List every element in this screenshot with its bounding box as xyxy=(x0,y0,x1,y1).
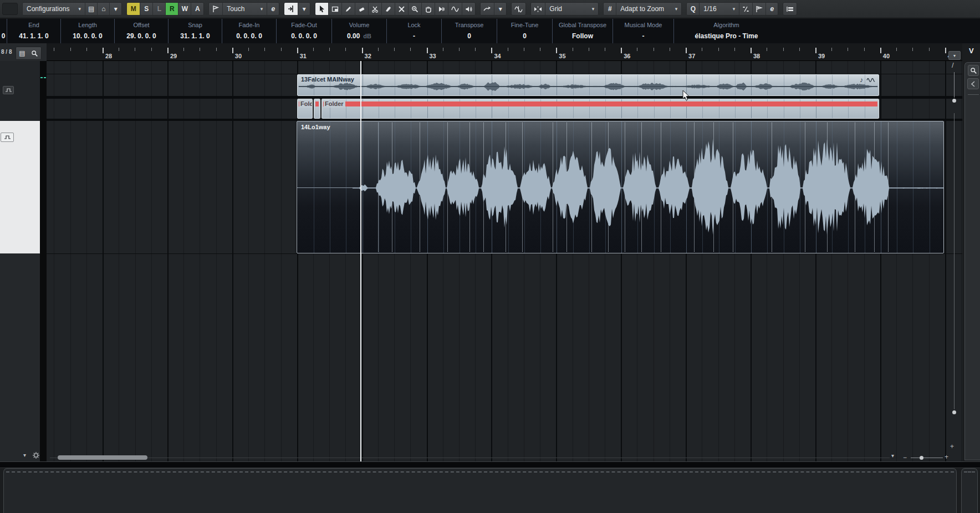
suspend-automation-button[interactable]: A xyxy=(191,3,203,15)
grid-hash-button[interactable]: # xyxy=(604,3,616,15)
info-field[interactable]: End41. 1. 1. 0 xyxy=(7,19,60,43)
ruler-beat-tick xyxy=(54,48,54,51)
vertical-zoom-slider[interactable] xyxy=(954,72,955,98)
info-field[interactable]: Lock- xyxy=(386,19,441,43)
info-field[interactable]: Fade-Out0. 0. 0. 0 xyxy=(276,19,331,43)
window-setup-button[interactable] xyxy=(2,3,18,15)
grid-type-dropdown[interactable]: Adapt to Zoom ▾ xyxy=(616,3,681,15)
audiowarp-quantize-button[interactable] xyxy=(752,3,765,15)
audio-event-13falcet[interactable]: 13Falcet MAINway ♪ xyxy=(297,74,879,96)
horizontal-zoom-slider[interactable] xyxy=(911,458,943,458)
audio-alignment-button[interactable] xyxy=(783,3,797,15)
erase-tool[interactable] xyxy=(355,3,368,15)
ruler-beat-tick xyxy=(718,48,719,51)
info-field[interactable]: Algorithmélastique Pro - Time xyxy=(673,19,779,43)
info-field[interactable]: Musical Mode- xyxy=(612,19,673,43)
snap-on-off-button[interactable] xyxy=(531,3,545,15)
read-automation-button[interactable]: R xyxy=(165,3,178,15)
vertical-zoom-handle[interactable] xyxy=(952,99,956,103)
track-scale-dropdown[interactable]: ▾ xyxy=(23,452,26,458)
track14-lane-button[interactable] xyxy=(1,133,14,142)
split-tool[interactable] xyxy=(368,3,381,15)
color-tool-dropdown[interactable]: ▾ xyxy=(494,3,506,15)
ruler-bar-number: 28 xyxy=(105,53,112,59)
play-tool[interactable] xyxy=(435,3,448,15)
timeline-ruler[interactable]: 282930313233343536373839404 xyxy=(47,43,962,61)
hand-tool[interactable] xyxy=(421,3,435,15)
automation-mode-dropdown[interactable]: Touch ▾ xyxy=(222,3,267,15)
track13-lane-button[interactable] xyxy=(3,86,14,94)
grid-beat-line xyxy=(86,61,87,461)
curve-tool[interactable] xyxy=(448,3,462,15)
snap-type-dropdown[interactable]: Grid ▾ xyxy=(545,3,598,15)
lower-zone-pane[interactable] xyxy=(3,468,957,513)
ruler-beat-tick xyxy=(702,48,702,51)
configurations-dropdown[interactable]: Configurations ▾ xyxy=(23,3,85,15)
vertical-scrollbar[interactable] xyxy=(954,113,955,409)
zoom-in-button[interactable]: + xyxy=(945,453,948,461)
automation-mode-button[interactable] xyxy=(209,3,222,15)
info-field[interactable]: Fine-Tune0 xyxy=(497,19,552,43)
workspace-button[interactable]: ⌂ xyxy=(97,3,109,15)
iterative-quantize-button[interactable] xyxy=(739,3,752,15)
vertical-zoom-in-button[interactable]: + xyxy=(950,443,954,450)
horizontal-zoom-handle[interactable] xyxy=(920,456,923,460)
object-selection-tool[interactable] xyxy=(315,3,328,15)
open-quantize-panel-button[interactable]: e xyxy=(765,3,778,15)
mute-all-button[interactable]: M xyxy=(127,3,140,15)
zoom-tool[interactable] xyxy=(408,3,421,15)
folder-event-fold[interactable]: Fold xyxy=(297,99,313,119)
ruler-beat-tick xyxy=(119,48,119,51)
autoscroll-dropdown[interactable]: ▾ xyxy=(298,3,310,15)
track-list-settings-button[interactable]: ▤ xyxy=(16,47,28,59)
zoom-preset-dropdown[interactable]: ▾ xyxy=(891,453,894,459)
snap-zero-crossing-button[interactable] xyxy=(512,3,525,15)
project-cursor-playhead[interactable] xyxy=(360,61,361,461)
info-field-value-text: - xyxy=(642,32,645,40)
info-field[interactable]: Global TransposeFollow xyxy=(552,19,612,43)
folder-event-mini[interactable] xyxy=(314,99,320,119)
scissors-icon xyxy=(371,6,379,13)
info-field[interactable]: Snap31. 1. 1. 0 xyxy=(168,19,222,43)
waveform-zoom-preset[interactable]: / xyxy=(952,61,954,69)
info-field[interactable]: Fade-In0. 0. 0. 0 xyxy=(222,19,276,43)
zoom-out-button[interactable]: − xyxy=(903,454,907,461)
workspace-dropdown[interactable]: ▾ xyxy=(109,3,121,15)
horizontal-scrollbar-thumb[interactable] xyxy=(58,455,147,460)
gear-icon[interactable] xyxy=(32,451,40,459)
mute-tool[interactable] xyxy=(395,3,408,15)
right-zone-search-button[interactable] xyxy=(968,65,979,76)
solo-all-button[interactable]: S xyxy=(140,3,152,15)
quantize-preset-dropdown[interactable]: 1/16 ▾ xyxy=(699,3,739,15)
right-zone-panel xyxy=(964,62,980,460)
ruler-beat-tick xyxy=(183,48,184,51)
note-icon: ♪ xyxy=(860,76,863,84)
autoscroll-button[interactable] xyxy=(284,3,298,15)
quantize-q-button[interactable]: Q xyxy=(687,3,699,15)
draw-tool[interactable] xyxy=(341,3,355,15)
info-field-value-text: 29. 0. 0. 0 xyxy=(126,32,156,40)
info-field[interactable]: Volume0.00dB xyxy=(331,19,386,43)
info-field[interactable]: Transpose0 xyxy=(441,19,497,43)
audio-event-14lo1way-selected[interactable]: 14Lo1way xyxy=(297,121,944,253)
write-automation-button[interactable]: W xyxy=(178,3,191,15)
listen-button[interactable]: L xyxy=(152,3,165,15)
horizontal-scrollbar-track[interactable] xyxy=(50,458,890,458)
track-visibility-button[interactable]: ▤ xyxy=(85,3,97,15)
lower-zone-side-pane[interactable] xyxy=(961,468,978,513)
glue-tool[interactable] xyxy=(381,3,395,15)
event-display-area[interactable]: Fold Folder 14Lo1way 13Falcet MAINway ♪ xyxy=(47,61,962,461)
lower-zone-splitter[interactable] xyxy=(0,461,980,468)
scrub-tool[interactable] xyxy=(462,3,475,15)
color-tool-button[interactable] xyxy=(481,3,494,15)
info-field[interactable]: Length10. 0. 0. 0 xyxy=(60,19,114,43)
folder-event-folder[interactable]: Folder xyxy=(321,99,879,119)
right-zone-back-button[interactable] xyxy=(967,78,979,89)
range-selection-tool[interactable] xyxy=(328,3,341,15)
ruler-options-button[interactable]: ▾ xyxy=(948,51,961,60)
vertical-scrollbar-handle[interactable] xyxy=(952,410,956,414)
info-field[interactable]: Offset29. 0. 0. 0 xyxy=(114,19,168,43)
track-list-search-button[interactable] xyxy=(28,47,41,59)
info-field[interactable]: 0 xyxy=(0,19,7,43)
open-automation-panel-button[interactable]: e xyxy=(267,3,279,15)
